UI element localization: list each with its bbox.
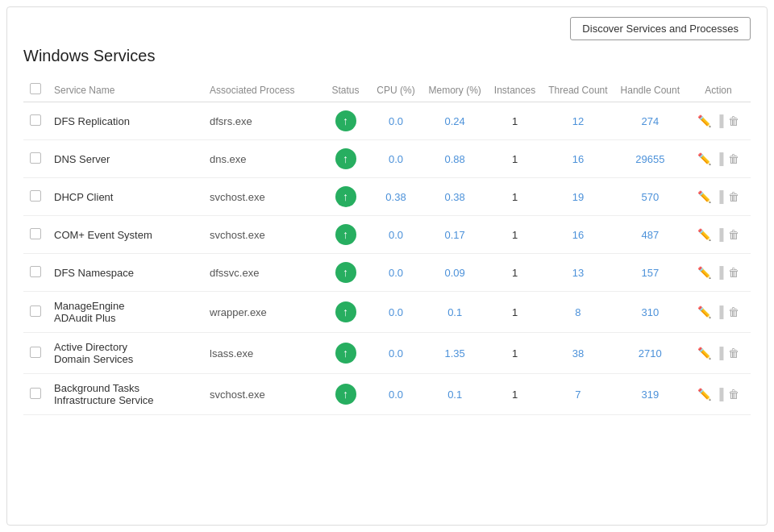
separator-icon: ▐ (716, 388, 724, 401)
service-name-cell: DHCP Client (48, 178, 203, 216)
separator-icon: ▐ (716, 228, 724, 241)
table-header-row: Service Name Associated Process Status C… (23, 78, 751, 102)
edit-icon[interactable]: ✏️ (697, 190, 711, 203)
separator-icon: ▐ (716, 190, 724, 203)
separator-icon: ▐ (716, 152, 724, 165)
edit-icon[interactable]: ✏️ (697, 114, 711, 127)
header-checkbox-col (23, 78, 48, 102)
delete-icon[interactable]: 🗑 (728, 388, 739, 401)
table-row: DFS Namespacedfssvc.exe↑0.00.09113157 ✏️… (23, 254, 751, 292)
delete-icon[interactable]: 🗑 (728, 228, 739, 241)
header-status: Status (322, 78, 370, 102)
action-cell: ✏️ ▐ 🗑 (686, 178, 751, 216)
action-cell: ✏️ ▐ 🗑 (686, 254, 751, 292)
edit-icon[interactable]: ✏️ (697, 347, 711, 360)
row-checkbox-cell (23, 140, 48, 178)
edit-icon[interactable]: ✏️ (697, 305, 711, 318)
delete-icon[interactable]: 🗑 (728, 152, 739, 165)
separator-icon: ▐ (716, 266, 724, 279)
edit-icon[interactable]: ✏️ (697, 266, 711, 279)
edit-icon[interactable]: ✏️ (697, 388, 711, 401)
status-cell: ↑ (322, 140, 370, 178)
instances-cell: 1 (488, 216, 542, 254)
action-icons: ✏️ ▐ 🗑 (697, 152, 740, 165)
row-checkbox-cell (23, 254, 48, 292)
row-checkbox[interactable] (30, 266, 41, 277)
row-checkbox[interactable] (30, 347, 41, 358)
thread-count-cell: 12 (542, 102, 614, 140)
discover-button[interactable]: Discover Services and Processes (570, 17, 751, 40)
status-up-icon: ↑ (335, 110, 356, 131)
action-cell: ✏️ ▐ 🗑 (686, 292, 751, 333)
header-service-name: Service Name (48, 78, 203, 102)
row-checkbox[interactable] (30, 305, 41, 317)
thread-count-cell: 38 (542, 333, 614, 374)
instances-cell: 1 (488, 140, 542, 178)
action-cell: ✏️ ▐ 🗑 (686, 374, 751, 415)
table-row: DHCP Clientsvchost.exe↑0.380.38119570 ✏️… (23, 178, 751, 216)
thread-count-cell: 7 (542, 374, 614, 415)
status-cell: ↑ (322, 292, 370, 333)
status-up-icon: ↑ (335, 148, 356, 169)
associated-process-cell: dns.exe (203, 140, 321, 178)
memory-cell: 0.17 (422, 216, 488, 254)
thread-count-cell: 16 (542, 216, 614, 254)
row-checkbox[interactable] (30, 152, 41, 164)
memory-cell: 1.35 (422, 333, 488, 374)
delete-icon[interactable]: 🗑 (728, 266, 739, 279)
associated-process-cell: dfsrs.exe (203, 102, 321, 140)
row-checkbox[interactable] (30, 388, 41, 399)
instances-cell: 1 (488, 254, 542, 292)
header-action: Action (686, 78, 751, 102)
status-up-icon: ↑ (335, 384, 356, 405)
action-icons: ✏️ ▐ 🗑 (697, 388, 740, 401)
handle-count-cell: 2710 (614, 333, 686, 374)
memory-cell: 0.1 (422, 374, 488, 415)
memory-cell: 0.88 (422, 140, 488, 178)
delete-icon[interactable]: 🗑 (728, 305, 739, 318)
instances-cell: 1 (488, 374, 542, 415)
status-up-icon: ↑ (335, 343, 356, 364)
service-name-cell: DNS Server (48, 140, 203, 178)
delete-icon[interactable]: 🗑 (728, 114, 739, 127)
row-checkbox-cell (23, 216, 48, 254)
associated-process-cell: lsass.exe (203, 333, 321, 374)
cpu-cell: 0.0 (370, 333, 422, 374)
thread-count-cell: 8 (542, 292, 614, 333)
select-all-checkbox[interactable] (30, 83, 41, 94)
cpu-cell: 0.0 (370, 292, 422, 333)
separator-icon: ▐ (716, 305, 724, 318)
instances-cell: 1 (488, 178, 542, 216)
status-up-icon: ↑ (335, 262, 356, 283)
action-cell: ✏️ ▐ 🗑 (686, 216, 751, 254)
row-checkbox[interactable] (30, 190, 41, 202)
header-cpu: CPU (%) (370, 78, 422, 102)
action-icons: ✏️ ▐ 🗑 (697, 190, 740, 203)
delete-icon[interactable]: 🗑 (728, 190, 739, 203)
service-name-cell: DFS Replication (48, 102, 203, 140)
status-cell: ↑ (322, 102, 370, 140)
handle-count-cell: 29655 (614, 140, 686, 178)
services-table: Service Name Associated Process Status C… (23, 78, 751, 415)
service-name-cell: COM+ Event System (48, 216, 203, 254)
memory-cell: 0.38 (422, 178, 488, 216)
service-name-cell: Background Tasks Infrastructure Service (48, 374, 203, 415)
thread-count-cell: 19 (542, 178, 614, 216)
delete-icon[interactable]: 🗑 (728, 347, 739, 360)
status-cell: ↑ (322, 254, 370, 292)
row-checkbox-cell (23, 292, 48, 333)
separator-icon: ▐ (716, 347, 724, 360)
row-checkbox-cell (23, 102, 48, 140)
table-row: DNS Serverdns.exe↑0.00.8811629655 ✏️ ▐ 🗑 (23, 140, 751, 178)
edit-icon[interactable]: ✏️ (697, 152, 711, 165)
row-checkbox[interactable] (30, 228, 41, 239)
row-checkbox[interactable] (30, 114, 41, 126)
action-icons: ✏️ ▐ 🗑 (697, 305, 740, 318)
edit-icon[interactable]: ✏️ (697, 228, 711, 241)
associated-process-cell: svchost.exe (203, 216, 321, 254)
cpu-cell: 0.0 (370, 216, 422, 254)
status-up-icon: ↑ (335, 186, 356, 207)
status-up-icon: ↑ (335, 301, 356, 322)
service-name-cell: DFS Namespace (48, 254, 203, 292)
instances-cell: 1 (488, 102, 542, 140)
